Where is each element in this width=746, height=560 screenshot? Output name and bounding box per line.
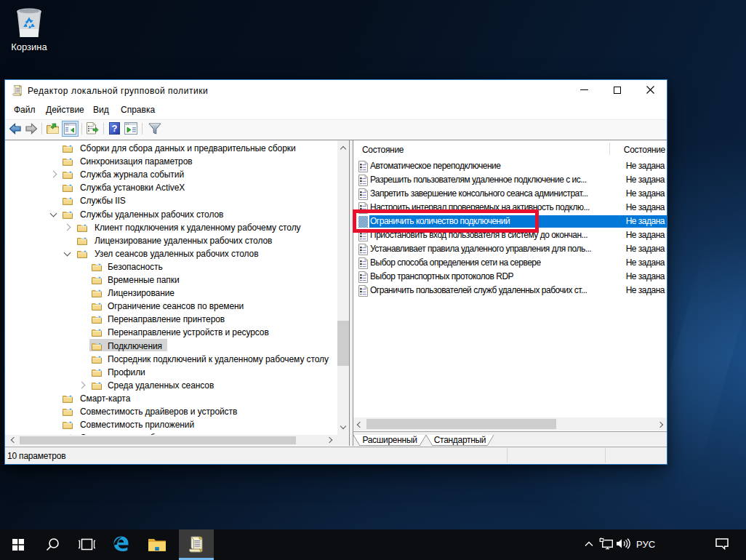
svg-text:?: ? bbox=[112, 123, 118, 134]
